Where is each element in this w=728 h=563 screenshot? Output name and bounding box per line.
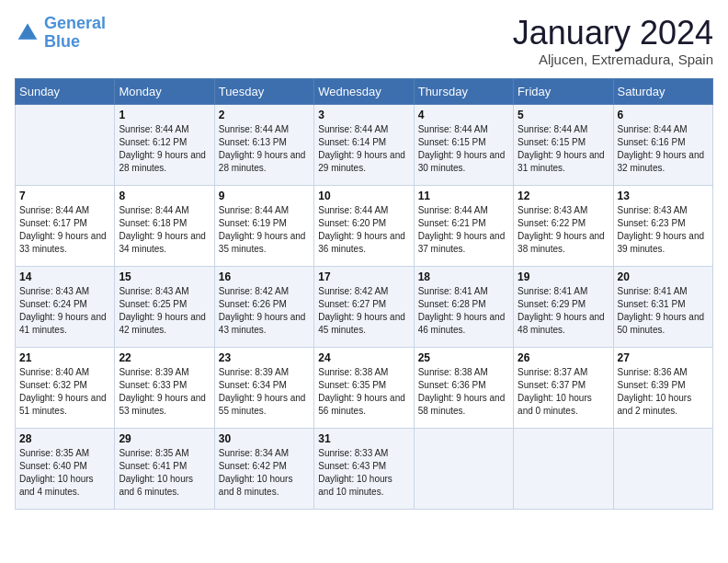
calendar-cell: 27Sunrise: 8:36 AM Sunset: 6:39 PM Dayli… xyxy=(613,347,712,428)
day-detail: Sunrise: 8:37 AM Sunset: 6:37 PM Dayligh… xyxy=(518,366,609,418)
day-number: 27 xyxy=(618,351,709,364)
day-detail: Sunrise: 8:44 AM Sunset: 6:15 PM Dayligh… xyxy=(518,123,609,175)
weekday-header-wednesday: Wednesday xyxy=(314,78,414,104)
day-detail: Sunrise: 8:44 AM Sunset: 6:15 PM Dayligh… xyxy=(418,123,509,175)
day-detail: Sunrise: 8:44 AM Sunset: 6:12 PM Dayligh… xyxy=(119,123,210,175)
day-number: 2 xyxy=(219,109,310,121)
calendar-cell: 15Sunrise: 8:43 AM Sunset: 6:25 PM Dayli… xyxy=(115,266,214,347)
day-number: 30 xyxy=(219,432,310,445)
calendar-cell: 30Sunrise: 8:34 AM Sunset: 6:42 PM Dayli… xyxy=(214,428,313,509)
day-detail: Sunrise: 8:41 AM Sunset: 6:31 PM Dayligh… xyxy=(618,285,709,337)
calendar-cell: 14Sunrise: 8:43 AM Sunset: 6:24 PM Dayli… xyxy=(16,266,115,347)
day-detail: Sunrise: 8:44 AM Sunset: 6:13 PM Dayligh… xyxy=(219,123,310,175)
calendar-cell: 24Sunrise: 8:38 AM Sunset: 6:35 PM Dayli… xyxy=(314,347,414,428)
day-number: 20 xyxy=(618,270,709,283)
logo: General Blue xyxy=(15,15,106,52)
logo-line1: General xyxy=(44,14,106,32)
day-number: 13 xyxy=(618,190,709,202)
weekday-header-row: SundayMondayTuesdayWednesdayThursdayFrid… xyxy=(16,78,713,104)
calendar-cell: 20Sunrise: 8:41 AM Sunset: 6:31 PM Dayli… xyxy=(613,266,712,347)
day-number: 7 xyxy=(19,190,110,202)
logo-icon xyxy=(15,20,40,46)
day-number: 4 xyxy=(418,109,509,121)
week-row-5: 28Sunrise: 8:35 AM Sunset: 6:40 PM Dayli… xyxy=(16,428,713,509)
day-number: 14 xyxy=(19,270,110,283)
calendar-cell: 18Sunrise: 8:41 AM Sunset: 6:28 PM Dayli… xyxy=(414,266,513,347)
weekday-header-sunday: Sunday xyxy=(16,78,115,104)
week-row-3: 14Sunrise: 8:43 AM Sunset: 6:24 PM Dayli… xyxy=(16,266,713,347)
day-number: 12 xyxy=(518,190,609,202)
calendar-cell: 17Sunrise: 8:42 AM Sunset: 6:27 PM Dayli… xyxy=(314,266,414,347)
calendar-cell: 12Sunrise: 8:43 AM Sunset: 6:22 PM Dayli… xyxy=(514,185,613,266)
day-number: 10 xyxy=(318,190,409,202)
calendar-cell: 7Sunrise: 8:44 AM Sunset: 6:17 PM Daylig… xyxy=(16,185,115,266)
title-block: January 2024 Aljucen, Extremadura, Spain xyxy=(513,15,713,67)
calendar-cell: 16Sunrise: 8:42 AM Sunset: 6:26 PM Dayli… xyxy=(214,266,313,347)
day-detail: Sunrise: 8:44 AM Sunset: 6:18 PM Dayligh… xyxy=(119,204,210,256)
calendar-cell: 19Sunrise: 8:41 AM Sunset: 6:29 PM Dayli… xyxy=(514,266,613,347)
weekday-header-thursday: Thursday xyxy=(414,78,513,104)
day-detail: Sunrise: 8:42 AM Sunset: 6:27 PM Dayligh… xyxy=(318,285,409,337)
day-number: 18 xyxy=(418,270,509,283)
day-number: 31 xyxy=(318,432,409,445)
logo-line2: Blue xyxy=(44,32,80,51)
day-detail: Sunrise: 8:44 AM Sunset: 6:20 PM Dayligh… xyxy=(318,204,409,256)
day-number: 21 xyxy=(19,351,110,364)
day-number: 29 xyxy=(119,432,210,445)
calendar-cell: 8Sunrise: 8:44 AM Sunset: 6:18 PM Daylig… xyxy=(115,185,214,266)
calendar-cell: 23Sunrise: 8:39 AM Sunset: 6:34 PM Dayli… xyxy=(214,347,313,428)
day-number: 23 xyxy=(219,351,310,364)
day-number: 16 xyxy=(219,270,310,283)
calendar-cell xyxy=(613,428,712,509)
day-detail: Sunrise: 8:38 AM Sunset: 6:36 PM Dayligh… xyxy=(418,366,509,418)
calendar-cell xyxy=(514,428,613,509)
day-number: 5 xyxy=(518,109,609,121)
day-number: 28 xyxy=(19,432,110,445)
calendar-cell: 11Sunrise: 8:44 AM Sunset: 6:21 PM Dayli… xyxy=(414,185,513,266)
calendar-cell: 13Sunrise: 8:43 AM Sunset: 6:23 PM Dayli… xyxy=(613,185,712,266)
day-detail: Sunrise: 8:43 AM Sunset: 6:24 PM Dayligh… xyxy=(19,285,110,337)
location: Aljucen, Extremadura, Spain xyxy=(513,52,713,67)
weekday-header-monday: Monday xyxy=(115,78,214,104)
calendar-cell: 4Sunrise: 8:44 AM Sunset: 6:15 PM Daylig… xyxy=(414,104,513,185)
calendar-cell: 6Sunrise: 8:44 AM Sunset: 6:16 PM Daylig… xyxy=(613,104,712,185)
calendar-cell: 25Sunrise: 8:38 AM Sunset: 6:36 PM Dayli… xyxy=(414,347,513,428)
calendar-cell: 26Sunrise: 8:37 AM Sunset: 6:37 PM Dayli… xyxy=(514,347,613,428)
day-number: 19 xyxy=(518,270,609,283)
day-number: 11 xyxy=(418,190,509,202)
calendar-cell: 3Sunrise: 8:44 AM Sunset: 6:14 PM Daylig… xyxy=(314,104,414,185)
day-number: 17 xyxy=(318,270,409,283)
day-detail: Sunrise: 8:44 AM Sunset: 6:19 PM Dayligh… xyxy=(219,204,310,256)
day-detail: Sunrise: 8:39 AM Sunset: 6:34 PM Dayligh… xyxy=(219,366,310,418)
day-number: 6 xyxy=(618,109,709,121)
day-detail: Sunrise: 8:41 AM Sunset: 6:29 PM Dayligh… xyxy=(518,285,609,337)
day-detail: Sunrise: 8:38 AM Sunset: 6:35 PM Dayligh… xyxy=(318,366,409,418)
day-detail: Sunrise: 8:33 AM Sunset: 6:43 PM Dayligh… xyxy=(318,447,409,499)
calendar-cell xyxy=(414,428,513,509)
day-detail: Sunrise: 8:34 AM Sunset: 6:42 PM Dayligh… xyxy=(219,447,310,499)
week-row-2: 7Sunrise: 8:44 AM Sunset: 6:17 PM Daylig… xyxy=(16,185,713,266)
day-detail: Sunrise: 8:41 AM Sunset: 6:28 PM Dayligh… xyxy=(418,285,509,337)
calendar-cell: 31Sunrise: 8:33 AM Sunset: 6:43 PM Dayli… xyxy=(314,428,414,509)
day-detail: Sunrise: 8:35 AM Sunset: 6:41 PM Dayligh… xyxy=(119,447,210,499)
day-detail: Sunrise: 8:44 AM Sunset: 6:21 PM Dayligh… xyxy=(418,204,509,256)
day-number: 8 xyxy=(119,190,210,202)
day-detail: Sunrise: 8:43 AM Sunset: 6:25 PM Dayligh… xyxy=(119,285,210,337)
day-number: 24 xyxy=(318,351,409,364)
calendar-cell: 29Sunrise: 8:35 AM Sunset: 6:41 PM Dayli… xyxy=(115,428,214,509)
day-detail: Sunrise: 8:36 AM Sunset: 6:39 PM Dayligh… xyxy=(618,366,709,418)
calendar-cell: 5Sunrise: 8:44 AM Sunset: 6:15 PM Daylig… xyxy=(514,104,613,185)
svg-marker-1 xyxy=(20,23,36,38)
day-detail: Sunrise: 8:43 AM Sunset: 6:22 PM Dayligh… xyxy=(518,204,609,256)
day-number: 3 xyxy=(318,109,409,121)
page-header: General Blue January 2024 Aljucen, Extre… xyxy=(15,15,713,67)
calendar-cell: 9Sunrise: 8:44 AM Sunset: 6:19 PM Daylig… xyxy=(214,185,313,266)
day-number: 26 xyxy=(518,351,609,364)
calendar-table: SundayMondayTuesdayWednesdayThursdayFrid… xyxy=(15,78,713,510)
week-row-4: 21Sunrise: 8:40 AM Sunset: 6:32 PM Dayli… xyxy=(16,347,713,428)
day-detail: Sunrise: 8:40 AM Sunset: 6:32 PM Dayligh… xyxy=(19,366,110,418)
day-number: 9 xyxy=(219,190,310,202)
day-detail: Sunrise: 8:39 AM Sunset: 6:33 PM Dayligh… xyxy=(119,366,210,418)
calendar-cell: 10Sunrise: 8:44 AM Sunset: 6:20 PM Dayli… xyxy=(314,185,414,266)
day-number: 25 xyxy=(418,351,509,364)
